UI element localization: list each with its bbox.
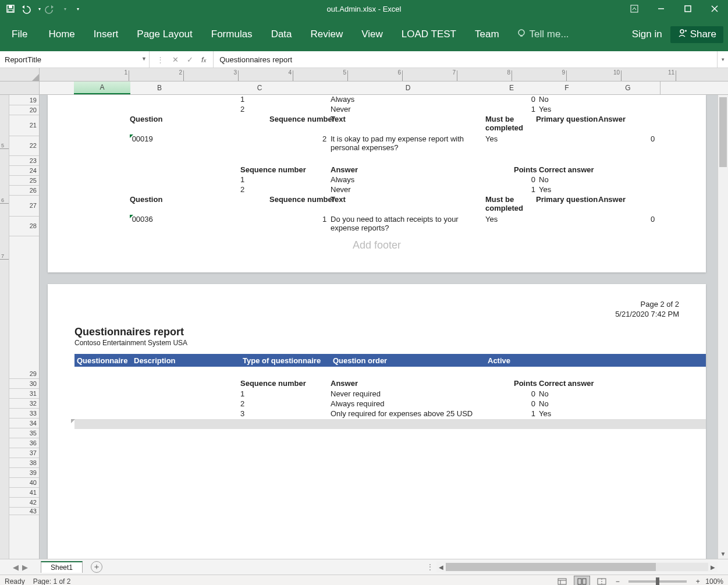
file-tab[interactable]: File	[0, 17, 39, 51]
cell-d20[interactable]: Never	[331, 105, 351, 114]
hscroll-left-icon[interactable]: ◀	[436, 564, 446, 570]
row-header-42[interactable]: 42	[9, 497, 39, 508]
tab-team[interactable]: Team	[466, 17, 509, 51]
tab-formulas[interactable]: Formulas	[202, 17, 262, 51]
tab-scroll-split-handle[interactable]: ⋮	[427, 563, 433, 571]
cell-d26[interactable]: Never	[331, 185, 351, 194]
row-header-22[interactable]: 22	[9, 136, 39, 156]
column-header-d[interactable]: D	[331, 81, 486, 94]
row-header-40[interactable]: 40	[9, 477, 39, 488]
cell-f19-points[interactable]: 0	[528, 95, 535, 104]
vertical-ruler[interactable]: 5 6 7	[0, 95, 9, 559]
name-box[interactable]: ReportTitle ▼	[0, 51, 150, 68]
cell-c20[interactable]: 2	[240, 105, 244, 114]
report-subtitle[interactable]: Contoso Entertainment System USA	[74, 339, 187, 347]
horizontal-scrollbar[interactable]: ◀ ▶	[436, 562, 718, 572]
select-all-icon[interactable]	[32, 74, 39, 81]
tab-data[interactable]: Data	[262, 17, 301, 51]
cell-q2-text[interactable]: Do you need to attach receipts to your e…	[331, 215, 482, 232]
cell-f33-cor[interactable]: Yes	[539, 409, 551, 418]
cell-f32-pts[interactable]: 0	[528, 399, 535, 408]
row-header-28[interactable]: 28	[9, 216, 39, 236]
cell-f19-correct[interactable]: No	[539, 95, 549, 104]
row-header-24[interactable]: 24	[9, 165, 39, 176]
cell-c26[interactable]: 2	[240, 185, 244, 194]
cell-f33-pts[interactable]: 1	[528, 409, 535, 418]
insert-function-icon[interactable]: fx	[201, 55, 206, 64]
cell-c19[interactable]: 1	[240, 95, 244, 104]
zoom-level[interactable]: 100%	[705, 577, 723, 585]
cell-d33[interactable]: Only required for expenses above 25 USD	[331, 409, 473, 418]
zoom-slider[interactable]	[628, 580, 687, 583]
row-header-38[interactable]: 38	[9, 458, 39, 468]
row-header-26[interactable]: 26	[9, 185, 39, 196]
cell-q1-seq[interactable]: 2	[322, 134, 326, 143]
share-button[interactable]: Share	[670, 26, 723, 43]
expand-formula-bar-icon[interactable]: ▾	[717, 51, 728, 68]
view-page-break-icon[interactable]	[594, 576, 610, 585]
view-page-layout-icon[interactable]	[574, 576, 590, 585]
hdr-primary-1[interactable]: Primary question	[536, 115, 598, 123]
hdr-mustbe-2[interactable]: Must be completed	[485, 195, 532, 212]
hdr-points-2[interactable]: Points	[514, 165, 537, 174]
report-title[interactable]: Questionnaires report	[74, 326, 184, 338]
cell-f25-pts[interactable]: 0	[528, 175, 535, 184]
horizontal-ruler[interactable]: 1 2 3 4 5 6 7 8 9 10 11	[40, 68, 728, 81]
hdr-text-2[interactable]: Text	[331, 195, 346, 204]
undo-dropdown-icon[interactable]: ▾	[38, 6, 41, 12]
sheet-nav[interactable]: ◀ ▶	[0, 559, 41, 575]
cell-d19[interactable]: Always	[331, 95, 354, 104]
cell-f26-cor[interactable]: Yes	[539, 185, 551, 194]
hdr-mustbe-1[interactable]: Must be completed	[485, 115, 532, 132]
column-header-a[interactable]: A	[74, 81, 131, 94]
cell-c32[interactable]: 2	[240, 399, 244, 408]
p2-hdr-seqnum[interactable]: Sequence number	[240, 379, 306, 388]
column-header-c[interactable]: C	[189, 81, 331, 94]
column-header-g[interactable]: G	[596, 81, 660, 94]
hdr-seqnum-2[interactable]: Sequence number	[240, 165, 306, 174]
cell-f31-cor[interactable]: No	[539, 389, 549, 398]
tab-home[interactable]: Home	[39, 17, 84, 51]
row-header-41[interactable]: 41	[9, 487, 39, 498]
tell-me-search[interactable]: Tell me...	[509, 17, 577, 51]
hscroll-right-icon[interactable]: ▶	[708, 564, 718, 570]
row-header-27[interactable]: 27	[9, 195, 39, 217]
column-header-b[interactable]: B	[130, 81, 189, 94]
ribbon-display-icon[interactable]	[621, 0, 648, 17]
row-header-34[interactable]: 34	[9, 418, 39, 428]
zoom-in-button[interactable]: +	[694, 577, 702, 585]
name-box-dropdown-icon[interactable]: ▼	[141, 56, 147, 62]
cell-q2-id[interactable]: 00036	[130, 215, 153, 224]
cell-f20-correct[interactable]: Yes	[539, 105, 551, 114]
p2-hdr-answer[interactable]: Answer	[331, 379, 358, 388]
tab-page-layout[interactable]: Page Layout	[127, 17, 201, 51]
cell-c25[interactable]: 1	[240, 175, 244, 184]
add-sheet-button[interactable]: ＋	[91, 561, 102, 573]
hscroll-thumb[interactable]	[446, 563, 656, 571]
expand-formula-icon[interactable]: ⋮	[157, 55, 164, 64]
cell-f26-pts[interactable]: 1	[528, 185, 535, 194]
hdr-answer-3[interactable]: Answer	[598, 195, 626, 204]
cell-f25-cor[interactable]: No	[539, 175, 549, 184]
tab-review[interactable]: Review	[301, 17, 353, 51]
th-description[interactable]: Description	[132, 354, 178, 367]
sheet-nav-next-icon[interactable]: ▶	[22, 563, 28, 572]
row-header-35[interactable]: 35	[9, 428, 39, 438]
cell-f20-points[interactable]: 1	[528, 105, 535, 114]
maximize-icon[interactable]	[674, 0, 701, 17]
save-icon[interactable]	[6, 4, 15, 13]
cell-q2-seq[interactable]: 1	[322, 215, 326, 224]
undo-icon[interactable]	[21, 5, 33, 13]
cell-d31[interactable]: Never required	[331, 389, 381, 398]
vscroll-thumb[interactable]	[719, 97, 727, 167]
cell-d25[interactable]: Always	[331, 175, 354, 184]
p2-hdr-points[interactable]: Points	[514, 379, 537, 388]
add-footer-placeholder[interactable]: Add footer	[74, 239, 679, 251]
cell-c31[interactable]: 1	[240, 389, 244, 398]
row-header-21[interactable]: 21	[9, 115, 39, 136]
row-header-20[interactable]: 20	[9, 105, 39, 115]
cell-f32-cor[interactable]: No	[539, 399, 549, 408]
cell-q1-must[interactable]: Yes	[485, 134, 498, 143]
hdr-correct-2[interactable]: Correct answer	[539, 165, 594, 174]
row-header-32[interactable]: 32	[9, 398, 39, 409]
